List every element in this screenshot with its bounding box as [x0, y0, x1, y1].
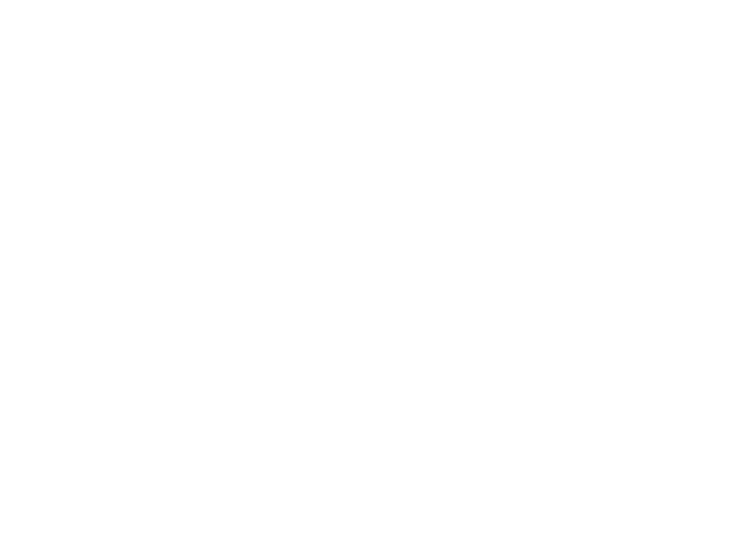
- climate-charts: [41, 25, 304, 148]
- left-column: [16, 16, 362, 289]
- right-column: [394, 16, 740, 289]
